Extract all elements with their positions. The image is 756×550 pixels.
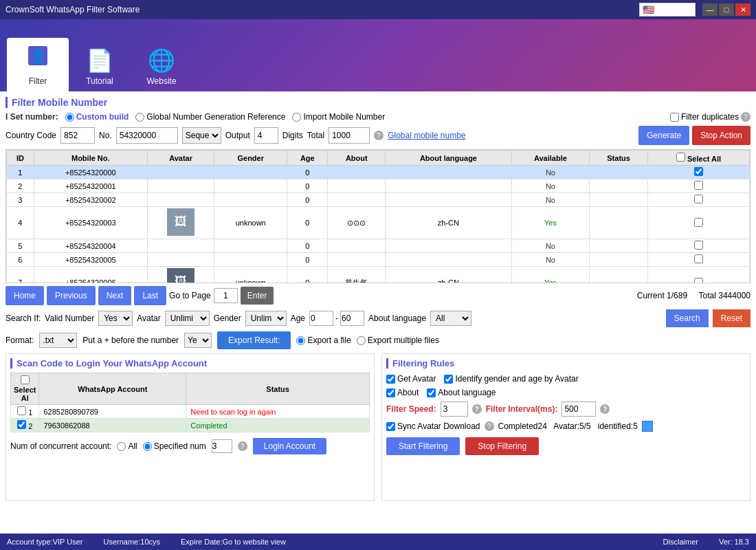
cell-checkbox[interactable] [648,267,750,284]
scan-cell-check[interactable]: 2 [11,419,39,432]
output-input[interactable] [254,127,278,144]
get-avatar-option[interactable]: Get Avatar [386,374,436,384]
speed-help-icon[interactable]: ? [472,404,482,414]
about-checkbox[interactable] [386,388,395,397]
table-row[interactable]: 7 +85254320006 🖼 unknown 0 莫生气 zh-CN Yes [7,267,750,284]
stop-action-button[interactable]: Stop Action [692,126,751,145]
maximize-button[interactable]: □ [719,3,734,16]
table-row[interactable]: 4 +85254320003 🖼 unknown 0 ⊙⊙⊙ zh-CN Yes [7,207,750,239]
reset-button[interactable]: Reset [713,309,751,327]
close-button[interactable]: ✕ [735,3,751,16]
plus-select[interactable]: YeNo [184,333,212,348]
generate-button[interactable]: Generate [638,126,689,145]
scan-row-checkbox[interactable] [17,406,26,415]
export-button[interactable]: Export Result: [217,331,291,349]
table-row[interactable]: 3 +85254320002 0 No [7,193,750,207]
avatar-select[interactable]: UnlimiHasNone [165,311,210,326]
table-row[interactable]: 2 +85254320001 0 No [7,179,750,193]
identify-checkbox[interactable] [444,375,453,384]
gender-select[interactable]: UnlimMaleFemale [245,311,287,326]
last-button[interactable]: Last [134,286,166,305]
cell-checkbox[interactable] [648,239,750,253]
format-select[interactable]: .txt.csv [39,333,77,348]
cell-checkbox[interactable] [648,207,750,239]
scan-row[interactable]: 2 79630862088 Completed [11,419,370,432]
scan-row-checkbox[interactable] [17,420,26,429]
row-checkbox[interactable] [694,167,703,176]
cell-checkbox[interactable] [648,179,750,193]
export-multiple-radio[interactable] [357,336,366,345]
speed-input[interactable] [441,402,468,417]
specified-radio[interactable] [143,442,152,451]
row-checkbox[interactable] [694,195,703,204]
table-row[interactable]: 6 +85254320005 0 No [7,253,750,267]
filter-dup-help-icon[interactable]: ? [741,112,751,122]
home-button[interactable]: Home [5,286,44,305]
custom-build-option[interactable]: Custom build [65,112,129,122]
age-min-input[interactable] [309,311,333,326]
nav-filter[interactable]: 👤 Filter [7,38,69,91]
sync-avatar-checkbox[interactable] [386,422,395,431]
about-lang-checkbox[interactable] [427,388,436,397]
scan-select-all[interactable] [21,375,30,384]
global-mobile-link[interactable]: Global mobile numbe [388,131,465,140]
start-filtering-button[interactable]: Start Filtering [386,437,460,455]
import-option[interactable]: Import Mobile Number [292,112,385,122]
row-checkbox[interactable] [694,241,703,250]
language-selector[interactable]: 🇺🇸 English ▼ [639,3,696,16]
enter-button[interactable]: Enter [241,287,274,305]
minimize-button[interactable]: — [702,3,718,16]
about-lang-select[interactable]: All [430,311,471,326]
nav-website[interactable]: 🌐 Website [131,42,192,91]
filter-duplicates-checkbox[interactable] [670,113,679,122]
page-input[interactable] [214,288,238,303]
row-checkbox[interactable] [694,278,703,284]
country-code-input[interactable] [60,127,95,144]
all-concurrent-radio[interactable] [117,442,126,451]
previous-button[interactable]: Previous [47,286,96,305]
export-file-option[interactable]: Export a file [296,336,351,345]
specified-concurrent-option[interactable]: Specified num [143,441,206,451]
filter-duplicates[interactable]: Filter duplicates ? [670,112,751,122]
global-ref-radio[interactable] [135,113,144,122]
table-row[interactable]: 5 +85254320004 0 No [7,239,750,253]
valid-number-select[interactable]: YesNoAll [98,311,133,326]
age-max-input[interactable] [340,311,364,326]
interval-input[interactable] [562,402,596,417]
next-button[interactable]: Next [98,286,132,305]
global-ref-option[interactable]: Global Number Generation Reference [135,112,285,122]
stop-filtering-button[interactable]: Stop Filtering [465,437,539,455]
export-file-radio[interactable] [296,336,305,345]
interval-help-icon[interactable]: ? [600,404,610,414]
specified-num-input[interactable] [212,439,232,453]
total-help-icon[interactable]: ? [374,131,383,140]
table-row[interactable]: 1 +85254320000 0 No [7,166,750,179]
sequence-select[interactable]: Seque [182,127,221,144]
total-input[interactable] [329,127,370,144]
cell-checkbox[interactable] [648,193,750,207]
sync-help-icon[interactable]: ? [485,421,494,431]
nav-tutorial[interactable]: 📄 Tutorial [69,42,131,91]
scan-row[interactable]: 1 6285280890789 Need to scan log in agai… [11,405,370,419]
export-multiple-option[interactable]: Export multiple files [357,336,439,345]
about-lang-option[interactable]: About language [427,388,496,397]
row-checkbox[interactable] [694,254,703,263]
cell-checkbox[interactable] [648,166,750,179]
row-checkbox[interactable] [694,181,703,190]
concurrent-help-icon[interactable]: ? [238,441,247,451]
import-radio[interactable] [292,113,301,122]
all-concurrent-option[interactable]: All [117,441,137,451]
cell-checkbox[interactable] [648,253,750,267]
search-button[interactable]: Search [666,309,709,327]
select-all-checkbox[interactable] [676,153,685,162]
login-button[interactable]: Login Account [253,438,326,454]
identify-option[interactable]: Identify gender and age by Avatar [444,374,578,384]
col-select-all[interactable]: Select All [648,151,750,166]
about-option[interactable]: About [386,388,419,397]
row-checkbox[interactable] [694,218,703,227]
number-input[interactable] [116,127,178,144]
scan-cell-check[interactable]: 1 [11,405,39,419]
custom-build-radio[interactable] [65,113,74,122]
sync-avatar-option[interactable]: Sync Avatar Download [386,421,480,431]
get-avatar-checkbox[interactable] [386,375,395,384]
